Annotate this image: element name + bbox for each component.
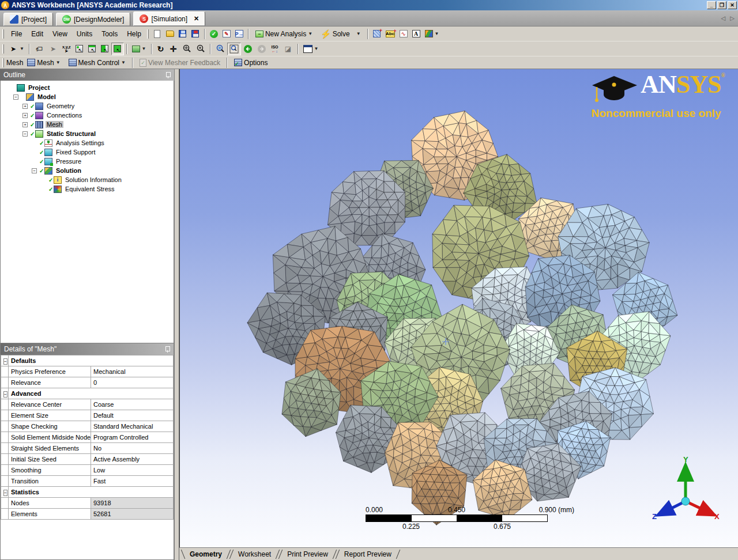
solve-status-button[interactable]: ✓ [208,28,220,40]
tree-item-geometry[interactable]: +✓Geometry [2,101,174,111]
close-button[interactable]: ✕ [728,1,737,9]
collapse-icon[interactable]: − [3,490,7,496]
menu-view[interactable]: View [48,28,72,40]
details-value[interactable]: Program Controlled [91,432,174,443]
details-row: Element SizeDefault [1,410,174,421]
collapse-icon[interactable]: − [13,94,18,100]
tree-item-equivalent-stress[interactable]: ✓Equivalent Stress [2,184,174,194]
view-tab-worksheet[interactable]: Worksheet [230,549,279,559]
collapse-icon[interactable]: − [3,391,7,398]
tree-item-fixed-support[interactable]: ✓Fixed Support [2,147,174,157]
tree-item-solution[interactable]: −✓Solution [2,166,174,175]
tab-scroll-right-icon[interactable]: ▷ [730,15,735,21]
pin-icon[interactable] [165,71,171,78]
menu-edit[interactable]: Edit [27,28,48,40]
workbench-tab-simulation[interactable]: S[Simulation]✕ [133,12,205,26]
tree-item-static-structural[interactable]: −✓Static Structural [2,129,174,138]
collapse-icon[interactable]: − [22,131,28,137]
tree-item-project[interactable]: Project [2,83,174,92]
section-collapse-cell[interactable]: − [1,487,9,498]
coordinates-button[interactable]: x,y,z➤ [60,43,73,55]
parameter-transfer-button[interactable]: P→ [233,28,246,40]
face-select-button[interactable] [99,43,111,55]
graphics-viewport[interactable]: ANSYS® Noncommercial use only 0.000 0.45… [179,69,738,547]
details-section-row[interactable]: −Statistics [1,487,174,498]
details-value[interactable]: Default [91,410,174,421]
menu-help[interactable]: Help [122,28,146,40]
panel-splitter[interactable] [175,69,179,560]
view-tab-geometry[interactable]: Geometry [182,549,230,559]
tree-item-solution-information[interactable]: ✓Solution Information [2,175,174,184]
section-collapse-cell[interactable]: − [1,355,9,366]
view-tab-report-preview[interactable]: Report Preview [336,549,400,559]
chart-edit-button[interactable]: ✎ [220,28,233,40]
details-row: Initial Size SeedActive Assembly [1,454,174,465]
options-button[interactable]: ✓ Options [230,56,272,69]
workbench-tab-designmodeler[interactable]: DM[DesignModeler] [56,13,130,26]
zoom-to-box-button[interactable] [227,43,241,55]
tree-item-pressure[interactable]: ✓Pressure [2,157,174,166]
details-section-row[interactable]: −Advanced [1,388,174,399]
details-value[interactable]: No [91,443,174,454]
details-value[interactable]: Standard Mechanical [91,421,174,432]
details-value[interactable]: Low [91,465,174,476]
insert-object-button[interactable]: + [371,28,383,40]
select-mode-button[interactable]: ➤▼ [6,43,27,55]
collapse-icon[interactable]: − [32,168,37,173]
details-row: Solid Element Midside NodesProgram Contr… [1,432,174,443]
minimize-button[interactable]: _ [707,1,716,9]
collapse-icon[interactable]: − [3,358,7,365]
mesh-menu-button[interactable]: Mesh ▼ [23,56,64,69]
label-select-button[interactable]: 🏷 [32,43,46,55]
tab-close-icon[interactable]: ✕ [190,15,199,22]
chart-button[interactable]: ∿ [397,28,410,40]
menu-file[interactable]: File [6,28,27,40]
tab-scroll-left-icon[interactable]: ◁ [721,15,726,21]
text-button[interactable]: A [410,28,423,40]
tree-item-analysis-settings[interactable]: ✓Analysis Settings [2,138,174,147]
new-analysis-button[interactable]: − New Analysis ▼ [251,28,317,40]
vertex-select-button[interactable] [73,43,86,55]
mesh-control-button[interactable]: Mesh Control ▼ [65,56,130,69]
box-zoom-icon [229,44,239,54]
edge-select-button[interactable] [86,43,99,55]
pin-icon[interactable] [164,346,170,353]
save-button[interactable] [176,28,189,40]
menu-units[interactable]: Units [72,28,97,40]
open-button[interactable] [164,28,176,40]
solve-button[interactable]: ⚡ Solve ▼ [317,28,364,40]
details-value[interactable]: Coarse [91,399,174,410]
section-collapse-cell[interactable]: − [1,388,9,399]
details-value[interactable]: 0 [91,377,174,388]
box-zoom-button[interactable] [194,43,208,55]
expand-icon[interactable]: + [22,113,28,118]
tree-item-connections[interactable]: +✓Connections [2,111,174,120]
details-value[interactable]: Fast [91,476,174,487]
rotate-button[interactable]: ↻ [155,43,167,55]
details-value[interactable]: Mechanical [91,366,174,377]
body-select-button[interactable] [111,43,124,55]
view-tab-print-preview[interactable]: Print Preview [279,549,336,559]
previous-view-button[interactable] [241,43,255,55]
fit-view-button[interactable] [213,43,227,55]
workbench-tab-project[interactable]: [Project] [3,13,53,26]
menu-tools[interactable]: Tools [97,28,122,40]
image-button[interactable]: ▼ [423,28,442,40]
zoom-button[interactable] [180,43,194,55]
restore-button[interactable]: ❐ [717,1,726,9]
expand-icon[interactable]: + [22,122,28,127]
edge-display-button[interactable]: ▼ [301,43,321,55]
save-all-button[interactable] [189,28,202,40]
triad-axes[interactable]: Y X Z [650,454,722,523]
details-section-row[interactable]: −Defaults [1,355,174,366]
clipboard-check-icon: ✓ [140,59,146,67]
annotation-button[interactable]: Abc+ [383,28,397,40]
tree-item-mesh[interactable]: +✓Mesh [2,120,174,129]
iso-view-button[interactable]: ISO←↓ [269,43,281,55]
expand-icon[interactable]: + [22,104,28,109]
details-value[interactable]: Active Assembly [91,454,174,465]
extend-selection-button[interactable]: ▼ [130,43,149,55]
new-file-button[interactable] [151,28,164,40]
tree-item-model[interactable]: −Model [2,92,174,101]
pan-button[interactable]: ✛ [167,43,180,55]
